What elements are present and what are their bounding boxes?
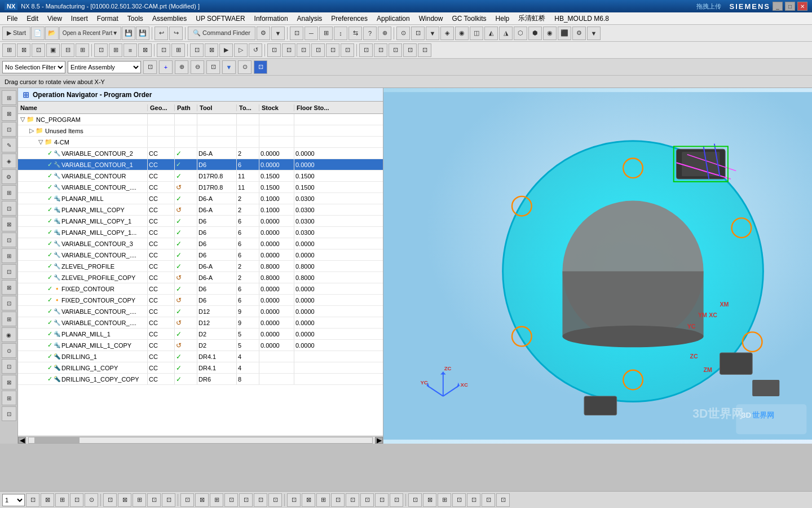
- filter-btn4[interactable]: ⊖: [191, 60, 204, 74]
- bottom-btn27[interactable]: ⊠: [423, 493, 436, 507]
- bottom-btn5[interactable]: ⊙: [85, 493, 98, 507]
- scroll-right-btn[interactable]: ▶: [375, 437, 383, 444]
- nav-horizontal-scrollbar[interactable]: ◀ ▶: [18, 436, 383, 444]
- manuf12[interactable]: ⊞: [171, 43, 185, 57]
- sidebar-icon-19[interactable]: ⊠: [2, 375, 16, 389]
- viewport[interactable]: XC YC ZC YM YC XM XC ZC ZM 3D世界网 3D 世界网: [383, 88, 812, 444]
- table-row[interactable]: ✓ 🔦 DRILLING_1_COPY_COPY CC ✓ DR6 8: [18, 374, 383, 385]
- bottom-btn16[interactable]: ⊡: [254, 493, 267, 507]
- manuf15[interactable]: ▶: [219, 43, 233, 57]
- menu-application[interactable]: Application: [372, 14, 414, 24]
- menu-preferences[interactable]: Preferences: [326, 14, 372, 24]
- table-row[interactable]: ✓ 🔧 VARIABLE_CONTOUR CC ✓ D17R0.8 11 0.1…: [18, 170, 383, 182]
- filter-btn3[interactable]: ⊕: [175, 60, 188, 74]
- bottom-btn7[interactable]: ⊠: [118, 493, 131, 507]
- bottom-btn25[interactable]: ⊡: [390, 493, 403, 507]
- save2-button[interactable]: 💾: [136, 27, 149, 40]
- table-row[interactable]: ✓ 🔦 DRILLING_1 CC ✓ DR4.1 4: [18, 351, 383, 362]
- save-button[interactable]: 💾: [122, 27, 135, 40]
- view3[interactable]: ▼: [426, 27, 439, 40]
- table-row[interactable]: ✓ 🔩 PLANAR_MILL CC ✓ D6-A 2 0.1000 0.030…: [18, 193, 383, 204]
- manuf24[interactable]: ⊡: [359, 43, 373, 57]
- menu-window[interactable]: Window: [414, 14, 448, 24]
- view4[interactable]: ◈: [440, 27, 454, 40]
- manuf4[interactable]: ▣: [46, 43, 60, 57]
- table-row[interactable]: ✓ 🔸 FIXED_CONTOUR_COPY CC ↺ D6 6 0.0000 …: [18, 295, 383, 306]
- bottom-btn21[interactable]: ⊡: [331, 493, 345, 507]
- manuf26[interactable]: ⊡: [389, 43, 402, 57]
- bottom-btn19[interactable]: ⊠: [302, 493, 315, 507]
- manuf1[interactable]: ⊞: [2, 43, 16, 57]
- tool8[interactable]: ?: [363, 27, 377, 40]
- menu-up-software[interactable]: UP SOFTWAER: [191, 14, 249, 24]
- table-row[interactable]: ✓ 🔧 VARIABLE_CONTOUR_3 CC ✓ D6 6 0.0000 …: [18, 238, 383, 249]
- close-button[interactable]: ✕: [797, 2, 807, 11]
- menu-hb-mould[interactable]: HB_MOULD M6.8: [550, 14, 614, 24]
- manuf17[interactable]: ↺: [249, 43, 262, 57]
- table-row[interactable]: ✓ 🔧 ZLEVEL_PROFILE_COPY CC ↺ D6-A 2 0.80…: [18, 272, 383, 283]
- sidebar-icon-18[interactable]: ⊡: [2, 359, 16, 374]
- menu-edit[interactable]: Edit: [22, 14, 43, 24]
- menu-help[interactable]: Help: [491, 14, 514, 24]
- tool2[interactable]: ▼: [271, 27, 285, 40]
- table-row[interactable]: ✓ 🔸 FIXED_CONTOUR CC ✓ D6 6 0.0000 0.000…: [18, 283, 383, 295]
- table-row[interactable]: ✓ 🔩 PLANAR_MILL_COPY CC ↺ D6-A 2 0.1000 …: [18, 204, 383, 216]
- table-row[interactable]: ✓ 🔧 VARIABLE_CONTOUR_2 CC ✓ D6-A 2 0.000…: [18, 148, 383, 159]
- sidebar-icon-3[interactable]: ⊡: [2, 122, 16, 137]
- tool4[interactable]: ─: [304, 27, 318, 40]
- tool7[interactable]: ⇆: [348, 27, 362, 40]
- bottom-btn8[interactable]: ⊞: [133, 493, 146, 507]
- view8[interactable]: ◮: [499, 27, 513, 40]
- upload-btn[interactable]: 拖拽上传: [696, 2, 721, 11]
- manuf18[interactable]: ⊡: [267, 43, 281, 57]
- bottom-btn12[interactable]: ⊠: [195, 493, 209, 507]
- bottom-btn30[interactable]: ⊡: [467, 493, 480, 507]
- bottom-btn29[interactable]: ⊡: [452, 493, 466, 507]
- manuf8[interactable]: ⊞: [109, 43, 122, 57]
- start-button[interactable]: ▶ Start: [2, 27, 30, 40]
- manuf9[interactable]: ≡: [123, 43, 137, 57]
- bottom-btn22[interactable]: ⊡: [346, 493, 359, 507]
- bottom-btn4[interactable]: ⊡: [70, 493, 83, 507]
- manuf19[interactable]: ⊡: [282, 43, 295, 57]
- bottom-btn31[interactable]: ⊡: [482, 493, 495, 507]
- bottom-btn15[interactable]: ⊡: [239, 493, 253, 507]
- view2[interactable]: ⊡: [411, 27, 425, 40]
- expand-icon[interactable]: ▽: [20, 116, 25, 123]
- view1[interactable]: ⊙: [396, 27, 410, 40]
- expand-icon[interactable]: ▷: [29, 127, 34, 134]
- bottom-btn10[interactable]: ⊡: [162, 493, 175, 507]
- bottom-btn24[interactable]: ⊡: [375, 493, 389, 507]
- manuf21[interactable]: ⊡: [311, 43, 325, 57]
- sidebar-icon-11[interactable]: ⊞: [2, 248, 16, 263]
- menu-format[interactable]: Format: [92, 14, 123, 24]
- manuf23[interactable]: ⊡: [341, 43, 354, 57]
- open-recent-button[interactable]: Open a Recent Part▼: [59, 27, 121, 40]
- sidebar-icon-13[interactable]: ⊠: [2, 280, 16, 295]
- view10[interactable]: ⬢: [528, 27, 542, 40]
- sidebar-icon-8[interactable]: ⊡: [2, 201, 16, 216]
- bottom-btn9[interactable]: ⊡: [147, 493, 161, 507]
- minimize-button[interactable]: _: [773, 2, 783, 11]
- new-file-button[interactable]: 📄: [31, 27, 45, 40]
- bottom-btn32[interactable]: ⊡: [496, 493, 510, 507]
- bottom-btn17[interactable]: ⊡: [268, 493, 282, 507]
- menu-insert[interactable]: Insert: [67, 14, 92, 24]
- sidebar-icon-4[interactable]: ✎: [2, 138, 16, 152]
- tool1[interactable]: ⚙: [257, 27, 270, 40]
- table-row[interactable]: ✓ 🔧 VARIABLE_CONTOUR_.... CC ↺ D12 9 0.0…: [18, 317, 383, 329]
- undo-button[interactable]: ↩: [155, 27, 168, 40]
- maximize-button[interactable]: □: [785, 2, 795, 11]
- table-row[interactable]: ▷ 📁 Unused Items: [18, 125, 383, 137]
- bottom-btn20[interactable]: ⊞: [316, 493, 330, 507]
- table-row[interactable]: ▽ 📁 4-CM: [18, 137, 383, 148]
- sidebar-icon-7[interactable]: ⊞: [2, 185, 16, 200]
- view14[interactable]: ▼: [587, 27, 601, 40]
- bottom-btn14[interactable]: ⊡: [224, 493, 238, 507]
- manuf10[interactable]: ⊠: [138, 43, 152, 57]
- filter-btn6[interactable]: ▼: [222, 60, 236, 74]
- table-row[interactable]: ▽ 📁 NC_PROGRAM: [18, 114, 383, 125]
- filter-btn2[interactable]: +: [159, 60, 173, 74]
- sidebar-icon-5[interactable]: ◈: [2, 154, 16, 168]
- bottom-btn28[interactable]: ⊞: [438, 493, 451, 507]
